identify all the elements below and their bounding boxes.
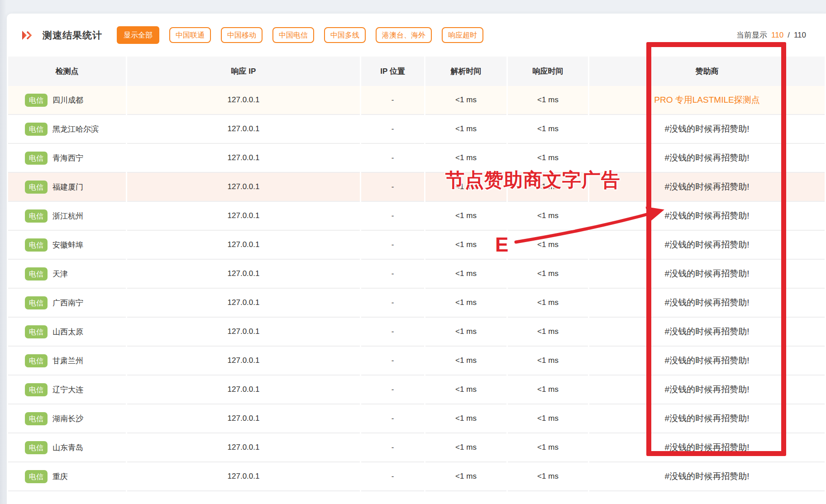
response-ip: 127.0.0.1 xyxy=(127,433,360,462)
filter-button[interactable]: 中国多线 xyxy=(324,27,366,43)
carrier-badge: 电信 xyxy=(25,296,48,309)
column-header: IP 位置 xyxy=(361,57,424,86)
location-name: 青海西宁 xyxy=(53,153,83,163)
sponsor-text: #没钱的时候再招赞助! xyxy=(589,260,825,289)
sponsor-text: #没钱的时候再招赞助! xyxy=(589,289,825,318)
response-time: <1 ms xyxy=(508,260,588,289)
column-header: 检测点 xyxy=(8,57,126,86)
table-row: 电信广西南宁127.0.0.1-<1 ms<1 ms#没钱的时候再招赞助! xyxy=(8,289,825,318)
response-ip: 127.0.0.1 xyxy=(127,231,360,260)
resolve-time: <1 ms xyxy=(425,144,506,173)
table-row: 电信安徽蚌埠127.0.0.1-<1 ms<1 ms#没钱的时候再招赞助! xyxy=(8,231,825,260)
table-row: 电信湖南长沙127.0.0.1-<1 ms<1 ms#没钱的时候再招赞助! xyxy=(8,404,825,433)
response-time: <1 ms xyxy=(508,347,588,376)
response-ip: 127.0.0.1 xyxy=(127,202,360,231)
location-name: 四川成都 xyxy=(53,95,83,105)
carrier-badge: 电信 xyxy=(25,123,48,136)
response-ip: 127.0.0.1 xyxy=(127,86,360,115)
resolve-time: <1 ms xyxy=(425,404,506,433)
location-name: 甘肃兰州 xyxy=(53,356,83,366)
response-time: <1 ms xyxy=(508,433,588,462)
response-time: <1 ms xyxy=(508,404,588,433)
filter-bar: 显示全部中国联通中国移动中国电信中国多线港澳台、海外响应超时 xyxy=(117,26,483,44)
sponsor-text: PRO 专用LASTMILE探测点 xyxy=(589,86,825,115)
location-name: 辽宁大连 xyxy=(53,385,83,395)
carrier-badge: 电信 xyxy=(25,383,48,396)
sponsor-text: #没钱的时候再招赞助! xyxy=(589,433,825,462)
sponsor-text: #没钱的时候再招赞助! xyxy=(589,376,825,404)
response-time: <1 ms xyxy=(508,202,588,231)
response-time: <1 ms xyxy=(508,231,588,260)
response-ip: 127.0.0.1 xyxy=(127,462,360,491)
ip-location: - xyxy=(361,173,424,202)
response-ip: 127.0.0.1 xyxy=(127,404,360,433)
display-count: 当前显示 110 / 110 xyxy=(736,30,806,40)
carrier-badge: 电信 xyxy=(25,94,48,107)
card-header: 测速结果统计 显示全部中国联通中国移动中国电信中国多线港澳台、海外响应超时 当前… xyxy=(7,14,826,57)
sponsor-text: #没钱的时候再招赞助! xyxy=(589,231,825,260)
table-row: 电信山西太原127.0.0.1-<1 ms<1 ms#没钱的时候再招赞助! xyxy=(8,318,825,347)
sponsor-text: #没钱的时候再招赞助! xyxy=(589,144,825,173)
response-ip: 127.0.0.1 xyxy=(127,173,360,202)
carrier-badge: 电信 xyxy=(25,267,48,281)
resolve-time: <1 ms xyxy=(425,202,506,231)
sponsor-text: #没钱的时候再招赞助! xyxy=(589,202,825,231)
location-name: 山西太原 xyxy=(53,327,83,337)
response-time: <1 ms xyxy=(508,462,588,491)
header-row: 检测点响应 IPIP 位置解析时间响应时间赞助商 xyxy=(8,57,825,86)
ip-location: - xyxy=(361,86,424,115)
ip-location: - xyxy=(361,433,424,462)
table-row: 电信四川成都127.0.0.1-<1 ms<1 msPRO 专用LASTMILE… xyxy=(8,86,825,115)
response-time: <1 ms xyxy=(508,318,588,347)
resolve-time: <1 ms xyxy=(425,115,506,144)
resolve-time: <1 ms xyxy=(425,86,506,115)
count-current: 110 xyxy=(771,31,783,40)
filter-button[interactable]: 中国移动 xyxy=(221,27,263,43)
filter-button[interactable]: 响应超时 xyxy=(442,27,483,43)
ip-location: - xyxy=(361,289,424,318)
table-body: 电信四川成都127.0.0.1-<1 ms<1 msPRO 专用LASTMILE… xyxy=(8,86,825,491)
response-time: <1 ms xyxy=(508,115,588,144)
filter-button[interactable]: 中国电信 xyxy=(272,27,314,43)
sponsor-text: #没钱的时候再招赞助! xyxy=(589,404,825,433)
carrier-badge: 电信 xyxy=(25,412,48,425)
ip-location: - xyxy=(361,260,424,289)
location-name: 安徽蚌埠 xyxy=(53,240,83,250)
table-row: 电信黑龙江哈尔滨127.0.0.1-<1 ms<1 ms#没钱的时候再招赞助! xyxy=(8,115,825,144)
response-ip: 127.0.0.1 xyxy=(127,376,360,404)
ip-location: - xyxy=(361,202,424,231)
column-header: 赞助商 xyxy=(589,57,825,86)
ip-location: - xyxy=(361,376,424,404)
carrier-badge: 电信 xyxy=(25,470,48,483)
carrier-badge: 电信 xyxy=(25,238,48,252)
filter-button[interactable]: 显示全部 xyxy=(117,26,159,44)
count-total: 110 xyxy=(794,31,806,40)
sponsor-text: #没钱的时候再招赞助! xyxy=(589,347,825,376)
count-label: 当前显示 xyxy=(736,30,767,40)
response-time: <1 ms xyxy=(508,289,588,318)
sponsor-text: #没钱的时候再招赞助! xyxy=(589,318,825,347)
ip-location: - xyxy=(361,231,424,260)
ip-location: - xyxy=(361,347,424,376)
results-table: 检测点响应 IPIP 位置解析时间响应时间赞助商 电信四川成都127.0.0.1… xyxy=(7,57,826,491)
ip-location: - xyxy=(361,404,424,433)
response-ip: 127.0.0.1 xyxy=(127,347,360,376)
column-header: 响应时间 xyxy=(508,57,588,86)
resolve-time: <1 ms xyxy=(425,433,506,462)
table-row: 电信甘肃兰州127.0.0.1-<1 ms<1 ms#没钱的时候再招赞助! xyxy=(8,347,825,376)
table-row: 电信浙江杭州127.0.0.1-<1 ms<1 ms#没钱的时候再招赞助! xyxy=(8,202,825,231)
resolve-time: <1 ms xyxy=(425,347,506,376)
table-row: 电信山东青岛127.0.0.1-<1 ms<1 ms#没钱的时候再招赞助! xyxy=(8,433,825,462)
column-header: 响应 IP xyxy=(127,57,360,86)
filter-button[interactable]: 中国联通 xyxy=(169,27,211,43)
resolve-time: <1 ms xyxy=(425,260,506,289)
sponsor-text: #没钱的时候再招赞助! xyxy=(589,462,825,491)
response-time: <1 ms xyxy=(508,173,588,202)
resolve-time: <1 ms xyxy=(425,376,506,404)
location-name: 山东青岛 xyxy=(53,442,83,453)
sponsor-text: #没钱的时候再招赞助! xyxy=(589,115,825,144)
response-time: <1 ms xyxy=(508,86,588,115)
location-name: 重庆 xyxy=(53,471,68,482)
sponsor-text: #没钱的时候再招赞助! xyxy=(589,173,825,202)
filter-button[interactable]: 港澳台、海外 xyxy=(376,27,432,43)
